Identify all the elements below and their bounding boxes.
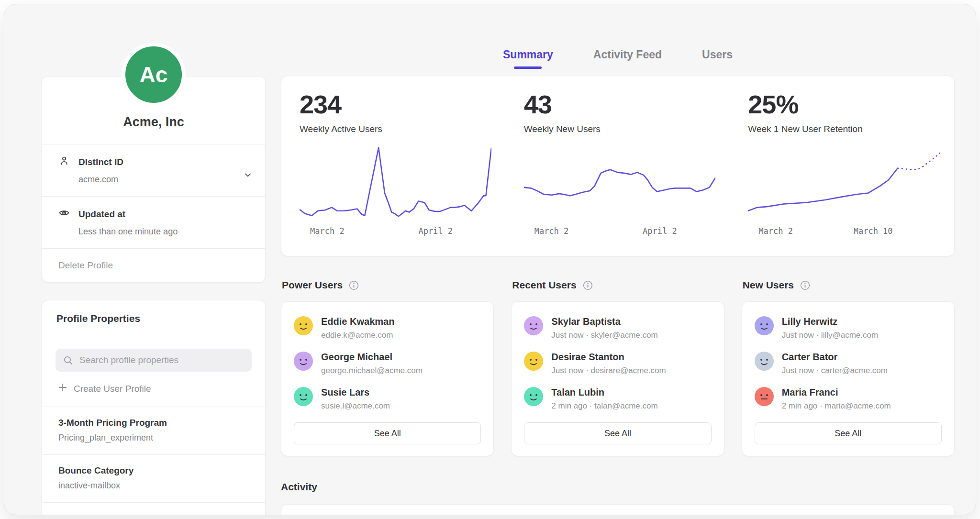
stat-week1-retention: 25% Week 1 New User Retention March 2 Ma… (730, 76, 954, 256)
recent-users-section: Recent Users Skylar Baptista Just now · … (511, 279, 724, 456)
power-users-title: Power Users (282, 279, 343, 291)
user-avatar (524, 316, 543, 335)
property-row[interactable]: 3-Month Pricing Program Pricing_plan_exp… (42, 407, 265, 454)
user-list-item[interactable]: Desirae Stanton Just now · desirare@acme… (524, 352, 711, 375)
divider (42, 336, 265, 336)
stat-label: Week 1 New User Retention (748, 124, 940, 134)
user-name: Skylar Baptista (551, 316, 657, 327)
weekly-active-users-chart (300, 143, 491, 220)
user-meta: Just now · skyler@acme.com (551, 331, 657, 340)
distinct-id-value: acme.com (78, 175, 252, 185)
activity-stat-value: 940 (506, 505, 730, 515)
person-icon (58, 155, 70, 169)
user-meta: Just now · desirare@acme.com (551, 366, 666, 375)
user-name: Maria Franci (782, 387, 891, 398)
weekly-new-users-chart (524, 143, 716, 220)
recent-users-card: Skylar Baptista Just now · skyler@acme.c… (511, 301, 724, 456)
x-tick: March 10 (854, 226, 893, 236)
user-name: Talan Lubin (551, 387, 657, 398)
property-value: inactive-mailbox (58, 481, 252, 491)
property-row[interactable]: Bounce Category inactive-mailbox (42, 454, 265, 502)
new-users-card: Lilly Herwitz Just now · lilly@acme.com … (742, 301, 955, 456)
user-meta: Just now · lilly@acme.com (782, 331, 878, 340)
chevron-down-icon[interactable] (243, 170, 253, 182)
x-axis-ticks: March 2 March 10 (748, 224, 940, 241)
user-name: Desirae Stanton (551, 352, 666, 363)
stat-label: Weekly Active Users (300, 124, 491, 134)
stat-value: 234 (300, 89, 491, 119)
x-tick: March 2 (535, 226, 569, 236)
user-list-item[interactable]: George Michael george.michael@acme.com (294, 352, 481, 375)
profile-properties-card: Profile Properties Create User Profile (42, 300, 266, 515)
property-value: Pricing_plan_experiment (58, 433, 252, 443)
company-avatar: Ac (122, 43, 186, 107)
user-avatar (755, 316, 774, 335)
property-name: Bounce Category (58, 465, 252, 476)
x-axis-ticks: March 2 April 2 (300, 224, 491, 241)
recent-users-title: Recent Users (512, 279, 576, 291)
eye-icon (58, 207, 70, 221)
user-name: George Michael (321, 352, 423, 363)
property-name: Browser (58, 513, 252, 515)
see-all-button[interactable]: See All (524, 422, 711, 444)
tab-bar: Summary Activity Feed Users (281, 48, 955, 76)
create-user-profile-label: Create User Profile (74, 384, 151, 394)
user-list-item[interactable]: Talan Lubin 2 min ago · talan@acme.com (524, 387, 711, 411)
distinct-id-row: Distinct ID acme.com (42, 144, 265, 196)
user-list-item[interactable]: Lilly Herwitz Just now · lilly@acme.com (755, 316, 942, 340)
company-avatar-initials: Ac (140, 62, 168, 88)
search-input[interactable] (56, 349, 252, 372)
new-users-title: New Users (743, 279, 794, 291)
user-list-item[interactable]: Maria Franci 2 min ago · maria@acme.com (755, 387, 942, 411)
company-name: Acme, Inc (42, 115, 265, 144)
user-list-item[interactable]: Skylar Baptista Just now · skyler@acme.c… (524, 316, 711, 340)
power-users-section: Power Users Eddie Kwakman eddie.k@acme.c… (281, 279, 494, 456)
see-all-button[interactable]: See All (294, 422, 481, 444)
user-avatar (755, 352, 774, 371)
user-name: Carter Bator (782, 352, 888, 363)
info-icon[interactable] (349, 280, 359, 290)
power-users-card: Eddie Kwakman eddie.k@acme.com George Mi… (281, 301, 494, 456)
user-list-item[interactable]: Eddie Kwakman eddie.k@acme.com (294, 316, 481, 340)
user-meta: 2 min ago · maria@acme.com (782, 401, 891, 411)
main-content: Summary Activity Feed Users 234 Weekly A… (281, 48, 955, 515)
user-avatar (294, 316, 313, 335)
plus-icon (58, 383, 67, 394)
info-icon[interactable] (583, 280, 593, 290)
activity-card: 234 940 3.4k (281, 504, 955, 515)
stat-label: Weekly New Users (524, 124, 716, 134)
property-row[interactable]: Browser Chrome (42, 502, 265, 515)
user-avatar (294, 387, 313, 406)
user-name: Lilly Herwitz (782, 316, 878, 327)
updated-at-value: Less than one minute ago (78, 227, 252, 237)
delete-profile-button[interactable]: Delete Profile (42, 248, 265, 282)
user-name: Susie Lars (321, 387, 390, 398)
activity-stat-value: 3.4k (730, 505, 954, 515)
info-icon[interactable] (800, 280, 810, 290)
see-all-button[interactable]: See All (755, 422, 942, 444)
x-tick: April 2 (418, 226, 453, 236)
user-list-item[interactable]: Carter Bator Just now · carter@acme.com (755, 352, 942, 375)
create-user-profile-button[interactable]: Create User Profile (42, 372, 265, 407)
week1-retention-chart (748, 143, 940, 220)
user-list-item[interactable]: Susie Lars susie.l@acme.com (294, 387, 481, 411)
user-avatar (524, 352, 543, 371)
stat-value: 43 (524, 89, 716, 119)
x-tick: April 2 (643, 226, 677, 236)
user-avatar (755, 387, 774, 406)
tab-users[interactable]: Users (702, 48, 733, 68)
tab-summary[interactable]: Summary (503, 48, 553, 68)
user-name: Eddie Kwakman (321, 316, 394, 327)
activity-stat-value: 234 (281, 505, 506, 515)
search-profile-properties (56, 349, 252, 372)
updated-at-row: Updated at Less than one minute ago (42, 196, 265, 248)
stat-value: 25% (748, 89, 940, 119)
property-name: 3-Month Pricing Program (58, 418, 252, 428)
user-avatar (294, 352, 313, 371)
stat-weekly-new-users: 43 Weekly New Users March 2 April 2 (506, 76, 730, 256)
updated-at-label: Updated at (78, 209, 125, 220)
stat-weekly-active-users: 234 Weekly Active Users March 2 April 2 (281, 76, 506, 256)
profile-summary-card: Acme, Inc Distinct ID acme.com (42, 76, 266, 283)
user-meta: eddie.k@acme.com (321, 331, 394, 340)
tab-activity-feed[interactable]: Activity Feed (593, 48, 662, 68)
